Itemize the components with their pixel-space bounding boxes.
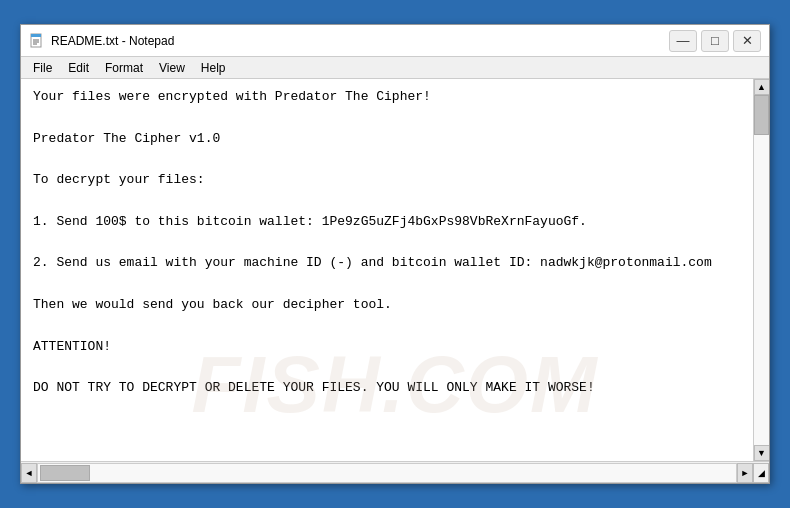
vertical-scrollbar: ▲ ▼ xyxy=(753,79,769,461)
scrollbar-y-thumb[interactable] xyxy=(754,95,769,135)
resize-grip[interactable]: ◢ xyxy=(753,463,769,483)
maximize-button[interactable]: □ xyxy=(701,30,729,52)
menu-help[interactable]: Help xyxy=(193,59,234,77)
scrollbar-x-track[interactable] xyxy=(37,463,737,483)
menu-bar: File Edit Format View Help xyxy=(21,57,769,79)
svg-rect-1 xyxy=(31,34,41,37)
menu-view[interactable]: View xyxy=(151,59,193,77)
status-bar: ◄ ► ◢ xyxy=(21,461,769,483)
scroll-down-button[interactable]: ▼ xyxy=(754,445,770,461)
close-button[interactable]: ✕ xyxy=(733,30,761,52)
scroll-right-button[interactable]: ► xyxy=(737,463,753,483)
text-editor[interactable]: Your files were encrypted with Predator … xyxy=(21,79,753,461)
minimize-button[interactable]: — xyxy=(669,30,697,52)
scrollbar-y-track[interactable] xyxy=(754,95,769,445)
menu-edit[interactable]: Edit xyxy=(60,59,97,77)
horizontal-scrollbar: ◄ ► xyxy=(21,463,753,483)
window-title: README.txt - Notepad xyxy=(51,34,669,48)
menu-format[interactable]: Format xyxy=(97,59,151,77)
notepad-window: README.txt - Notepad — □ ✕ File Edit For… xyxy=(20,24,770,484)
scroll-left-button[interactable]: ◄ xyxy=(21,463,37,483)
menu-file[interactable]: File xyxy=(25,59,60,77)
content-area: Your files were encrypted with Predator … xyxy=(21,79,769,461)
window-controls: — □ ✕ xyxy=(669,30,761,52)
app-icon xyxy=(29,33,45,49)
scrollbar-x-thumb[interactable] xyxy=(40,465,90,481)
scroll-up-button[interactable]: ▲ xyxy=(754,79,770,95)
title-bar: README.txt - Notepad — □ ✕ xyxy=(21,25,769,57)
